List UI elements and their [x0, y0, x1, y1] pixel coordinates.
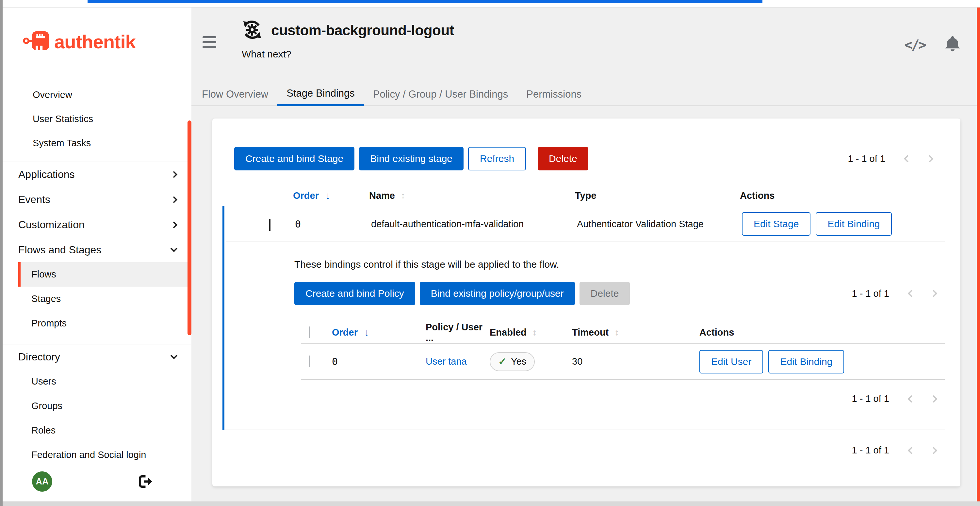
column-header-type: Type [575, 190, 740, 201]
tab-stage-bindings[interactable]: Stage Bindings [277, 82, 364, 106]
sidebar-group-directory[interactable]: Directory [3, 344, 191, 369]
enabled-badge-label: Yes [511, 356, 526, 367]
page-scrollbar[interactable] [977, 8, 980, 501]
sidebar-item-stages[interactable]: Stages [3, 287, 191, 311]
edit-binding-button[interactable]: Edit Binding [768, 350, 844, 373]
column-header-actions: Actions [699, 327, 945, 338]
chevron-left-icon [908, 290, 915, 297]
stage-binding-row: 0 default-authentication-mfa-validation … [226, 206, 945, 242]
pagination-top: 1 - 1 of 1 [848, 154, 941, 164]
sidebar-group-label: Events [18, 194, 50, 206]
sort-icon: ↕ [401, 190, 406, 201]
sidebar-group-customization[interactable]: Customization [3, 212, 191, 237]
pagination-next-button[interactable] [919, 156, 941, 161]
policy-bindings-table: Order ↓ Policy / User ... Enabled ↕ Time… [301, 322, 945, 380]
bind-existing-stage-button[interactable]: Bind existing stage [359, 147, 463, 170]
sidebar-item-federation-social-login[interactable]: Federation and Social login [3, 443, 191, 467]
sidebar-group-label: Customization [18, 219, 84, 231]
pagination-prev-button[interactable] [900, 396, 923, 401]
column-label: Name [369, 190, 395, 201]
column-label: Order [332, 327, 358, 338]
window-bottom-edge [3, 501, 980, 506]
policy-pagination-bottom: 1 - 1 of 1 [852, 393, 945, 404]
sort-desc-icon: ↓ [325, 190, 331, 202]
collapse-row-chevron-icon[interactable] [269, 219, 270, 231]
create-and-bind-stage-button[interactable]: Create and bind Stage [234, 147, 355, 170]
pagination-prev-button[interactable] [900, 291, 923, 296]
pagination-range: 1 - 1 of 1 [852, 445, 889, 456]
edit-stage-button[interactable]: Edit Stage [742, 212, 810, 236]
sidebar-scrollbar[interactable] [188, 121, 191, 335]
edit-user-button[interactable]: Edit User [699, 350, 763, 373]
edit-binding-button[interactable]: Edit Binding [816, 212, 891, 236]
user-tana-link[interactable]: User tana [426, 356, 467, 366]
sort-icon: ↕ [533, 327, 537, 338]
authentik-logo-text: authentik [54, 31, 135, 52]
chevron-right-icon [170, 221, 177, 228]
header-icons: </> [904, 35, 961, 54]
pagination-next-button[interactable] [923, 448, 945, 453]
column-header-order[interactable]: Order ↓ [293, 190, 369, 202]
delete-policy-binding-button[interactable]: Delete [579, 282, 630, 305]
sidebar-toggle-button[interactable] [202, 36, 217, 51]
create-and-bind-policy-button[interactable]: Create and bind Policy [294, 282, 415, 305]
sidebar-group-flows-and-stages[interactable]: Flows and Stages [3, 237, 191, 262]
bind-existing-policy-button[interactable]: Bind existing policy/group/user [420, 282, 575, 305]
sidebar-item-roles[interactable]: Roles [3, 418, 191, 443]
pagination-prev-button[interactable] [900, 448, 923, 453]
check-icon: ✓ [498, 355, 507, 368]
sidebar-group-events[interactable]: Events [3, 187, 191, 212]
tab-permissions[interactable]: Permissions [517, 82, 590, 106]
sidebar-item-overview[interactable]: Overview [3, 82, 191, 107]
pagination-next-button[interactable] [923, 396, 945, 401]
pagination-next-button[interactable] [923, 291, 945, 296]
stage-bindings-card: Create and bind Stage Bind existing stag… [212, 119, 960, 486]
pagination-range: 1 - 1 of 1 [852, 393, 889, 404]
flow-icon [242, 19, 262, 41]
stage-type-value: Authenticator Validation Stage [577, 219, 742, 230]
sidebar-group-label: Flows and Stages [18, 244, 101, 256]
sidebar-item-system-tasks[interactable]: System Tasks [3, 131, 191, 155]
column-label: Order [293, 190, 319, 201]
refresh-button[interactable]: Refresh [468, 147, 526, 170]
stage-table-header: Order ↓ Name ↕ Type Actions [224, 186, 945, 206]
sort-desc-icon: ↓ [364, 327, 369, 338]
tab-flow-overview[interactable]: Flow Overview [193, 82, 277, 106]
avatar[interactable]: AA [32, 471, 52, 492]
enabled-badge: ✓ Yes [490, 352, 535, 371]
chevron-left-icon [908, 395, 915, 403]
main-area: custom-background-logout What next? </> … [191, 8, 977, 501]
tab-policy-group-user-bindings[interactable]: Policy / Group / User Bindings [364, 82, 517, 106]
sidebar-item-prompts[interactable]: Prompts [3, 311, 191, 336]
sidebar-item-users[interactable]: Users [3, 369, 191, 394]
delete-button[interactable]: Delete [538, 147, 588, 170]
chevron-right-icon [926, 155, 934, 163]
pagination-prev-button[interactable] [896, 156, 919, 161]
column-header-timeout[interactable]: Timeout ↕ [572, 327, 699, 338]
expanded-stage-binding-region: 0 default-authentication-mfa-validation … [223, 206, 945, 430]
sidebar-group-applications[interactable]: Applications [3, 162, 191, 187]
page-header: custom-background-logout What next? [242, 19, 454, 60]
sidebar-item-user-statistics[interactable]: User Statistics [3, 107, 191, 131]
sign-out-icon[interactable] [137, 474, 153, 490]
column-header-order[interactable]: Order ↓ [332, 327, 426, 338]
authentik-logo[interactable]: authentik [3, 8, 191, 54]
row-checkbox[interactable] [309, 355, 310, 367]
sidebar-nav: Overview User Statistics System Tasks Ap… [3, 82, 191, 467]
chevron-left-icon [908, 447, 915, 454]
notifications-bell-icon[interactable] [944, 35, 961, 54]
sidebar-item-flows[interactable]: Flows [18, 262, 191, 287]
page-load-progress-bar [88, 0, 762, 3]
column-header-name[interactable]: Name ↕ [369, 190, 575, 201]
sidebar: authentik Overview User Statistics Syste… [3, 8, 191, 501]
select-all-checkbox[interactable] [309, 327, 310, 338]
policy-order-value: 0 [332, 356, 426, 367]
column-header-enabled[interactable]: Enabled ↕ [490, 327, 572, 338]
stage-order-value: 0 [295, 218, 371, 230]
chevron-left-icon [904, 155, 912, 163]
stage-binding-details: These bindings control if this stage wil… [226, 242, 945, 430]
sidebar-item-groups[interactable]: Groups [3, 394, 191, 418]
sidebar-user-row: AA [3, 470, 191, 496]
what-next-link[interactable]: What next? [242, 49, 454, 60]
api-browser-icon[interactable]: </> [904, 37, 925, 53]
